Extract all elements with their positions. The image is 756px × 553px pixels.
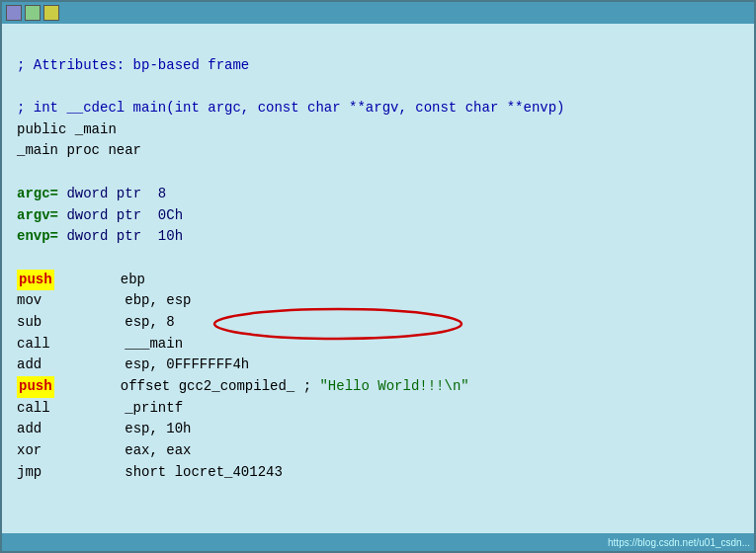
line-blank2 bbox=[17, 76, 739, 98]
add2-mnemonic: add bbox=[17, 419, 42, 440]
line-call1: call ___main bbox=[17, 334, 739, 356]
line-blank4 bbox=[17, 248, 739, 270]
public-keyword: public _main bbox=[17, 119, 117, 141]
envp-detail: dword ptr 10h bbox=[58, 226, 183, 248]
xor-mnemonic: xor bbox=[17, 440, 42, 462]
call1-mnemonic: call bbox=[17, 334, 50, 356]
envp-var: envp= bbox=[17, 226, 58, 248]
add2-operand: esp, 10h bbox=[42, 419, 191, 440]
line-comment1: ; Attributes: bp-based frame bbox=[17, 55, 739, 77]
line-public: public _main bbox=[17, 119, 739, 141]
jmp-operand: short locret_401243 bbox=[42, 462, 283, 484]
title-icon1 bbox=[6, 5, 22, 21]
line-argc: argc= dword ptr 8 bbox=[17, 184, 739, 205]
title-bar bbox=[2, 2, 754, 24]
jmp-mnemonic: jmp bbox=[17, 462, 42, 484]
main-window: ; Attributes: bp-based frame ; int __cde… bbox=[0, 0, 756, 553]
line-blank3 bbox=[17, 162, 739, 184]
push2-mnemonic: push bbox=[17, 376, 54, 398]
line-xor: xor eax, eax bbox=[17, 440, 739, 462]
function-signature: ; int __cdecl main(int argc, const char … bbox=[17, 98, 565, 119]
push1-operand: ebp bbox=[54, 270, 145, 291]
argc-detail: dword ptr 8 bbox=[58, 184, 166, 205]
line-push1: push ebp bbox=[17, 270, 739, 291]
sub-operand: esp, 8 bbox=[42, 312, 174, 334]
code-area: ; Attributes: bp-based frame ; int __cde… bbox=[2, 24, 754, 533]
title-icon3 bbox=[43, 5, 59, 21]
mov-mnemonic: mov bbox=[17, 290, 42, 312]
line-blank1 bbox=[17, 34, 739, 55]
title-icon2 bbox=[25, 5, 41, 21]
bottom-bar: https://blog.csdn.net/u01_csdn... bbox=[2, 533, 754, 551]
line-push2: push offset gcc2_compiled_ ; "Hello Worl… bbox=[17, 376, 739, 398]
hello-world-string: "Hello World!!!\n" bbox=[311, 376, 469, 398]
line-comment2: ; int __cdecl main(int argc, const char … bbox=[17, 98, 739, 119]
line-mov: mov ebp, esp bbox=[17, 290, 739, 312]
argv-var: argv= bbox=[17, 205, 58, 227]
line-add2: add esp, 10h bbox=[17, 419, 739, 440]
proc-near: _main proc near bbox=[17, 140, 141, 162]
add1-mnemonic: add bbox=[17, 355, 42, 376]
line-sub: sub esp, 8 bbox=[17, 312, 739, 334]
line-envp: envp= dword ptr 10h bbox=[17, 226, 739, 248]
push2-operand: offset gcc2_compiled_ ; bbox=[54, 376, 311, 398]
mov-operand: ebp, esp bbox=[42, 290, 191, 312]
line-add1: add esp, 0FFFFFFF4h bbox=[17, 355, 739, 376]
comment-text: ; Attributes: bp-based frame bbox=[17, 55, 249, 77]
line-argv: argv= dword ptr 0Ch bbox=[17, 205, 739, 227]
argv-detail: dword ptr 0Ch bbox=[58, 205, 183, 227]
call2-operand: _printf bbox=[50, 398, 183, 420]
push1-mnemonic: push bbox=[17, 270, 54, 291]
argc-var: argc= bbox=[17, 184, 58, 205]
call2-mnemonic: call bbox=[17, 398, 50, 420]
call1-operand: ___main bbox=[50, 334, 183, 356]
sub-mnemonic: sub bbox=[17, 312, 42, 334]
url-text: https://blog.csdn.net/u01_csdn... bbox=[608, 537, 750, 548]
line-proc: _main proc near bbox=[17, 140, 739, 162]
line-call2: call _printf bbox=[17, 398, 739, 420]
add1-operand: esp, 0FFFFFFF4h bbox=[42, 355, 249, 376]
line-jmp: jmp short locret_401243 bbox=[17, 462, 739, 484]
xor-operand: eax, eax bbox=[42, 440, 191, 462]
